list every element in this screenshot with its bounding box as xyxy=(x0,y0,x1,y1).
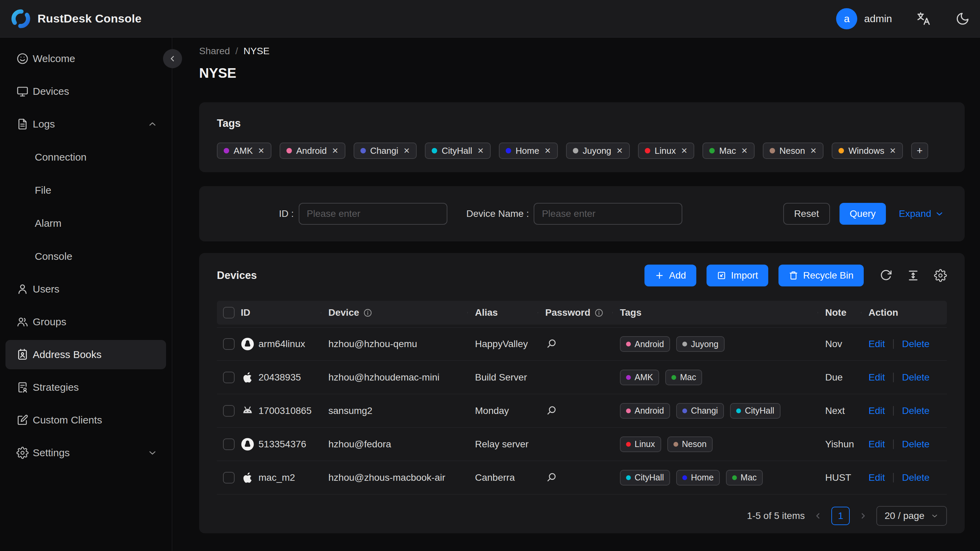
pagination: 1-5 of 5 items 1 20 / page xyxy=(217,506,947,526)
view-password-icon[interactable] xyxy=(545,338,557,350)
logs-submenu: Connection File Alarm Console xyxy=(0,140,172,273)
sidebar-item-alarm[interactable]: Alarm xyxy=(0,207,172,240)
sidebar-collapse-button[interactable] xyxy=(163,49,182,68)
edit-link[interactable]: Edit xyxy=(869,405,885,416)
recycle-bin-button[interactable]: Recycle Bin xyxy=(778,264,864,287)
tag-chip-amk[interactable]: AMK✕ xyxy=(217,143,271,159)
sidebar-item-settings[interactable]: Settings xyxy=(0,436,172,469)
tag-color-dot xyxy=(432,148,437,153)
language-icon[interactable] xyxy=(916,11,932,27)
apple-icon xyxy=(241,471,255,484)
tag-chip-neson[interactable]: Neson✕ xyxy=(763,143,824,159)
table-settings-gear-icon[interactable] xyxy=(934,269,947,282)
sidebar-item-connection[interactable]: Connection xyxy=(0,140,172,174)
sidebar-item-users[interactable]: Users xyxy=(0,273,172,306)
edit-link[interactable]: Edit xyxy=(869,472,885,483)
column-header-device: Device xyxy=(321,307,468,318)
row-height-icon[interactable] xyxy=(907,269,920,282)
close-icon[interactable]: ✕ xyxy=(617,146,623,156)
tag-chip-juyong[interactable]: Juyong✕ xyxy=(566,143,630,159)
sidebar-item-label: Welcome xyxy=(33,53,75,64)
close-icon[interactable]: ✕ xyxy=(889,146,896,156)
close-icon[interactable]: ✕ xyxy=(741,146,748,156)
sidebar-item-label: Groups xyxy=(33,316,66,328)
tag-chip: Changi xyxy=(676,403,724,419)
expand-toggle[interactable]: Expand xyxy=(899,208,944,219)
devices-card-title: Devices xyxy=(217,269,257,282)
close-icon[interactable]: ✕ xyxy=(332,146,338,156)
user-name[interactable]: admin xyxy=(864,13,892,25)
row-checkbox[interactable] xyxy=(223,372,235,383)
select-all-checkbox[interactable] xyxy=(223,307,235,318)
monitor-icon xyxy=(16,85,29,97)
row-checkbox[interactable] xyxy=(223,338,235,350)
tag-chip-changi[interactable]: Changi✕ xyxy=(353,143,417,159)
delete-link[interactable]: Delete xyxy=(902,472,929,483)
tag-chip-android[interactable]: Android✕ xyxy=(280,143,345,159)
sidebar-item-label: Users xyxy=(33,283,59,295)
info-icon[interactable] xyxy=(363,308,372,317)
add-device-button[interactable]: Add xyxy=(644,264,696,287)
tag-chip-home[interactable]: Home✕ xyxy=(499,143,558,159)
tag-chip-cityhall[interactable]: CityHall✕ xyxy=(425,143,491,159)
column-header-action: Action xyxy=(861,307,947,318)
sidebar-item-groups[interactable]: Groups xyxy=(0,306,172,338)
user-avatar[interactable]: a xyxy=(836,8,857,29)
id-filter-input[interactable] xyxy=(299,203,447,225)
top-header: RustDesk Console a admin xyxy=(0,0,980,38)
delete-link[interactable]: Delete xyxy=(902,372,929,383)
sidebar-item-logs[interactable]: Logs xyxy=(0,108,172,140)
next-page-icon[interactable] xyxy=(859,511,867,520)
note-cell: Yishun xyxy=(818,439,861,450)
previous-page-icon[interactable] xyxy=(814,511,822,520)
import-button[interactable]: Import xyxy=(706,264,768,287)
sidebar-item-devices[interactable]: Devices xyxy=(0,75,172,108)
tag-chip-windows[interactable]: Windows✕ xyxy=(832,143,903,159)
close-icon[interactable]: ✕ xyxy=(403,146,410,156)
reset-button[interactable]: Reset xyxy=(783,203,830,225)
app-title: RustDesk Console xyxy=(38,12,142,25)
sidebar-item-strategies[interactable]: Strategies xyxy=(0,371,172,404)
row-checkbox[interactable] xyxy=(223,438,235,450)
page-number-button[interactable]: 1 xyxy=(831,507,850,525)
tag-chip: Neson xyxy=(667,436,713,452)
sidebar-item-address-books[interactable]: Address Books xyxy=(0,338,172,371)
row-checkbox[interactable] xyxy=(223,405,235,417)
dark-mode-icon[interactable] xyxy=(955,11,970,26)
sidebar-item-file[interactable]: File xyxy=(0,174,172,207)
row-checkbox[interactable] xyxy=(223,472,235,484)
refresh-icon[interactable] xyxy=(880,269,892,282)
delete-link[interactable]: Delete xyxy=(902,439,929,450)
sidebar-item-console[interactable]: Console xyxy=(0,240,172,273)
edit-link[interactable]: Edit xyxy=(869,339,885,349)
action-cell: EditDelete xyxy=(861,405,947,416)
edit-link[interactable]: Edit xyxy=(869,439,885,450)
column-header-alias: Alias xyxy=(468,307,538,318)
close-icon[interactable]: ✕ xyxy=(810,146,817,156)
trash-icon xyxy=(789,271,798,280)
sidebar-item-custom-clients[interactable]: Custom Clients xyxy=(0,404,172,436)
breadcrumb-parent[interactable]: Shared xyxy=(199,46,230,57)
tag-chip-mac[interactable]: Mac✕ xyxy=(702,143,754,159)
tag-chip-list: AMK✕ Android✕ Changi✕ CityHall✕ Home✕ Ju… xyxy=(217,143,947,159)
page-title: NYSE xyxy=(199,65,236,81)
smiley-icon xyxy=(16,53,29,65)
page-size-select[interactable]: 20 / page xyxy=(877,506,947,526)
device-name-filter-input[interactable] xyxy=(534,203,682,225)
delete-link[interactable]: Delete xyxy=(902,339,929,349)
delete-link[interactable]: Delete xyxy=(902,405,929,416)
view-password-icon[interactable] xyxy=(545,472,557,484)
close-icon[interactable]: ✕ xyxy=(544,146,551,156)
sidebar-item-welcome[interactable]: Welcome xyxy=(0,42,172,75)
query-button[interactable]: Query xyxy=(840,203,886,225)
info-icon[interactable] xyxy=(594,308,603,317)
view-password-icon[interactable] xyxy=(545,405,557,417)
close-icon[interactable]: ✕ xyxy=(681,146,687,156)
edit-link[interactable]: Edit xyxy=(869,372,885,383)
add-tag-button[interactable]: + xyxy=(911,143,928,159)
tag-chip-linux[interactable]: Linux✕ xyxy=(638,143,694,159)
tags-card-title: Tags xyxy=(217,117,947,129)
close-icon[interactable]: ✕ xyxy=(258,146,264,156)
close-icon[interactable]: ✕ xyxy=(477,146,484,156)
tags-cell: CityHall Home Mac xyxy=(612,470,818,486)
